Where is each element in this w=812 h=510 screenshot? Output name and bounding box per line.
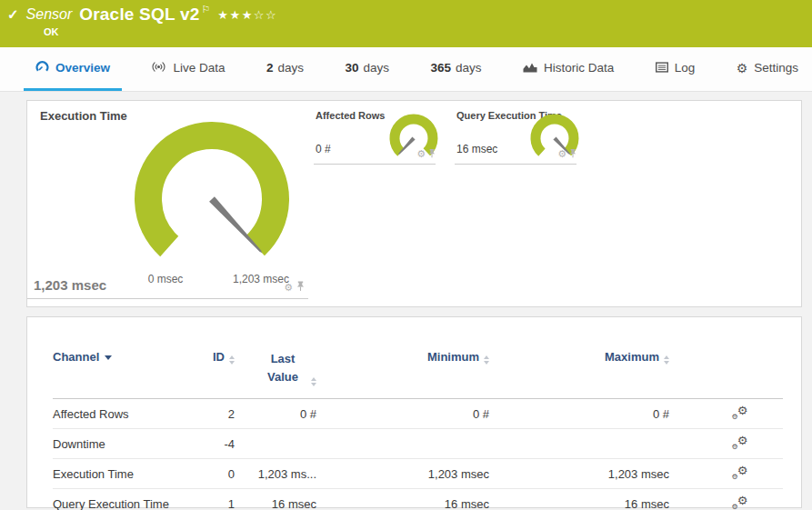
channel-maximum: 0 #: [489, 399, 669, 429]
column-header-maximum[interactable]: Maximum: [489, 350, 669, 399]
gauge-settings-gear-icon[interactable]: ⚙: [557, 149, 566, 159]
tab-30-days-label: days: [363, 61, 389, 75]
table-row: Execution Time 0 1,203 ms... 1,203 msec …: [53, 459, 783, 489]
channel-maximum: 1,203 msec: [489, 459, 669, 489]
column-header-id[interactable]: ID: [182, 350, 235, 399]
channel-last-value: [235, 429, 316, 459]
channel-name[interactable]: Affected Rows: [53, 399, 182, 429]
execution-time-gauge: [130, 119, 294, 283]
gauge-pin-icon[interactable]: [428, 145, 436, 162]
priority-stars[interactable]: ★★★☆☆: [217, 8, 277, 22]
column-header-channel[interactable]: Channel: [53, 350, 182, 399]
sort-toggle-icon: [229, 355, 235, 365]
table-row: Affected Rows 2 0 # 0 # 0 # ⚙⚙: [53, 399, 783, 429]
gauge-min-label: 0 msec: [136, 273, 195, 285]
tab-settings-label: Settings: [754, 61, 798, 75]
ok-check-icon: ✓: [7, 6, 19, 23]
channel-id: 2: [182, 399, 235, 429]
gauges-panel: Execution Time 0 msec 1,203 msec 1,203 m…: [26, 100, 802, 307]
channel-id: 1: [182, 489, 235, 510]
tab-2-days[interactable]: 2 days: [255, 47, 316, 91]
page-title: Oracle SQL v2: [79, 5, 199, 25]
channel-minimum: 1,203 msec: [316, 459, 489, 489]
table-row: Query Execution Time 1 16 msec 16 msec 1…: [53, 489, 783, 510]
tab-2-days-label: days: [277, 61, 304, 75]
sort-toggle-icon: [664, 355, 669, 365]
channel-minimum: [316, 429, 489, 459]
tab-live-data[interactable]: Live Data: [139, 47, 236, 91]
settings-gear-icon: ⚙: [737, 62, 748, 75]
gauge-settings-gear-icon[interactable]: ⚙: [284, 283, 293, 293]
channel-last-value: 1,203 ms...: [235, 459, 316, 489]
tab-overview-label: Overview: [55, 61, 110, 75]
flag-icon[interactable]: ⚐: [201, 4, 210, 15]
channel-last-value: 0 #: [235, 399, 316, 429]
channel-settings-gears-icon[interactable]: ⚙⚙: [732, 435, 748, 450]
log-list-icon: [656, 62, 668, 75]
channel-id: 0: [182, 459, 235, 489]
table-row: Downtime -4 ⚙⚙: [53, 429, 783, 459]
tab-30-days-number: 30: [345, 61, 358, 75]
channels-table: Channel ID Last Value Minimum Maximum: [53, 350, 783, 510]
tab-365-days[interactable]: 365 days: [418, 47, 493, 91]
live-data-icon: [151, 61, 166, 75]
channel-name[interactable]: Query Execution Time: [53, 489, 182, 510]
sort-desc-icon: [105, 355, 112, 360]
sensor-header: ✓ Sensor Oracle SQL v2 ⚐ ★★★☆☆ OK: [0, 0, 812, 47]
channel-minimum: 0 #: [316, 399, 489, 429]
channel-settings-gears-icon[interactable]: ⚙⚙: [732, 405, 748, 420]
content-area: Execution Time 0 msec 1,203 msec 1,203 m…: [26, 100, 802, 508]
gauge-pin-icon[interactable]: [569, 145, 576, 162]
status-badge: OK: [44, 26, 803, 37]
channel-id: -4: [182, 429, 235, 459]
sort-toggle-icon: [311, 377, 316, 386]
tab-bar: Overview Live Data 2 days 30 days 365 da…: [0, 47, 812, 92]
channel-maximum: [489, 429, 669, 459]
tab-historic-data[interactable]: Historic Data: [511, 47, 626, 91]
execution-time-gauge-card: Execution Time 0 msec 1,203 msec 1,203 m…: [27, 101, 308, 299]
sort-toggle-icon: [484, 355, 489, 365]
execution-time-gauge-title: Execution Time: [40, 109, 127, 123]
channel-name[interactable]: Execution Time: [53, 459, 182, 489]
tab-log-label: Log: [675, 61, 696, 75]
channel-settings-gears-icon[interactable]: ⚙⚙: [732, 495, 748, 510]
query-execution-time-gauge-card: Query Execution Time 16 msec ⚙: [455, 108, 576, 165]
affected-rows-gauge-card: Affected Rows 0 # ⚙: [314, 108, 436, 165]
channel-minimum: 16 msec: [316, 489, 489, 510]
execution-time-value: 1,203 msec: [34, 277, 106, 293]
column-header-minimum[interactable]: Minimum: [316, 350, 489, 399]
tab-365-days-number: 365: [430, 61, 451, 75]
channel-name[interactable]: Downtime: [53, 429, 182, 459]
affected-rows-gauge-title: Affected Rows: [316, 110, 385, 121]
tab-overview[interactable]: Overview: [24, 47, 122, 91]
channel-last-value: 16 msec: [235, 489, 316, 510]
tab-log[interactable]: Log: [644, 47, 707, 91]
column-header-last-value[interactable]: Last Value: [235, 350, 316, 399]
channel-settings-gears-icon[interactable]: ⚙⚙: [732, 465, 748, 480]
channels-panel: Channel ID Last Value Minimum Maximum: [26, 316, 802, 508]
historic-chart-icon: [523, 61, 537, 75]
gauge-icon: [35, 60, 49, 75]
tab-settings[interactable]: ⚙ Settings: [725, 47, 810, 91]
tab-30-days[interactable]: 30 days: [333, 47, 401, 91]
query-execution-time-value: 16 msec: [456, 143, 497, 155]
tab-2-days-number: 2: [266, 61, 274, 75]
tab-365-days-label: days: [456, 61, 482, 75]
tab-live-data-label: Live Data: [173, 61, 225, 75]
channel-maximum: 16 msec: [489, 489, 669, 510]
gauge-pin-icon[interactable]: [296, 279, 305, 295]
object-type-label: Sensor: [26, 6, 73, 23]
gauge-settings-gear-icon[interactable]: ⚙: [416, 149, 426, 159]
tab-historic-data-label: Historic Data: [544, 61, 614, 75]
affected-rows-value: 0 #: [316, 143, 331, 155]
